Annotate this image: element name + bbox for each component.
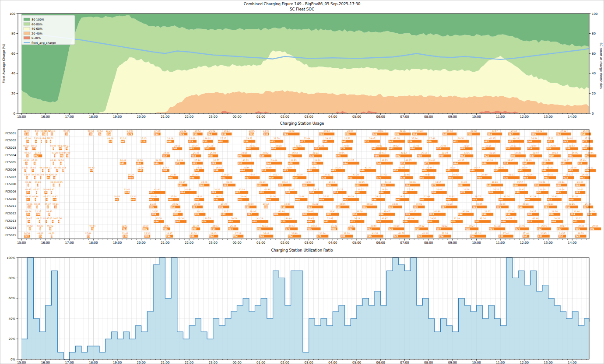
svg-text:029: 029 [403,220,408,223]
svg-text:010: 010 [523,234,528,237]
svg-text:064: 064 [307,206,312,208]
svg-text:011: 011 [348,176,353,179]
row-label-FCS005: FCS005 [5,161,16,164]
svg-text:010: 010 [418,154,422,157]
svg-text:028: 028 [36,213,41,215]
svg-text:04:01: 04:01 [36,217,42,220]
svg-text:091: 091 [238,154,243,157]
svg-text:014: 014 [528,147,533,150]
svg-text:24:52: 24:52 [195,130,201,132]
svg-text:28:12: 28:12 [587,167,593,169]
svg-text:077: 077 [583,140,587,143]
svg-text:26:03: 26:03 [577,181,583,183]
svg-text:27:39: 27:39 [221,203,227,205]
svg-text:80-100%: 80-100% [32,18,44,21]
svg-text:5:31: 5:31 [34,137,39,140]
svg-text:096: 096 [219,206,224,208]
svg-text:09:45: 09:45 [25,189,32,191]
svg-text:41:38: 41:38 [353,174,359,176]
svg-text:24:03: 24:03 [212,225,218,227]
svg-text:60: 60 [11,52,15,56]
svg-text:024: 024 [443,133,448,135]
svg-text:13:00: 13:00 [544,361,553,364]
svg-text:069: 069 [360,169,365,172]
svg-text:41:38: 41:38 [506,217,512,220]
svg-text:03:05: 03:05 [50,145,56,147]
svg-text:29:37: 29:37 [530,210,536,213]
svg-text:41:52: 41:52 [398,232,404,234]
svg-text:036: 036 [41,176,46,179]
svg-text:29:09: 29:09 [315,159,321,161]
svg-text:076: 076 [55,154,60,157]
svg-text:30:55: 30:55 [205,217,211,220]
svg-text:036: 036 [154,220,159,223]
svg-text:007: 007 [235,191,240,193]
svg-text:047: 047 [41,140,46,143]
svg-text:31:01: 31:01 [310,167,316,169]
svg-text:077: 077 [583,206,588,208]
svg-text:005: 005 [499,198,504,201]
svg-text:34:15: 34:15 [358,181,365,183]
svg-text:024: 024 [260,154,265,157]
svg-text:17:00: 17:00 [65,361,74,364]
svg-text:038: 038 [218,140,223,143]
svg-text:16:44: 16:44 [120,159,126,161]
svg-text:01:00: 01:00 [256,115,265,119]
svg-text:18:47: 18:47 [166,232,172,234]
svg-text:22:00: 22:00 [185,241,193,245]
svg-text:41:10: 41:10 [475,232,481,234]
svg-text:14:29: 14:29 [128,174,134,176]
svg-text:34:13: 34:13 [385,181,391,183]
svg-text:06:18: 06:18 [23,159,29,161]
svg-text:044: 044 [131,198,136,201]
svg-text:38:32: 38:32 [367,203,373,205]
svg-text:25:49: 25:49 [585,203,591,205]
svg-text:26:03: 26:03 [582,174,588,176]
svg-text:34:10: 34:10 [241,152,247,154]
svg-text:29:04: 29:04 [240,196,246,198]
svg-text:34:01: 34:01 [567,137,573,140]
svg-text:020: 020 [60,162,65,164]
svg-text:28:14: 28:14 [558,181,565,183]
svg-text:29:23: 29:23 [291,159,297,161]
svg-text:062: 062 [149,198,154,201]
svg-text:35:09: 35:09 [296,174,302,176]
svg-text:033: 033 [535,184,540,186]
svg-text:41:35: 41:35 [365,167,371,169]
svg-text:33:15: 33:15 [485,145,492,147]
svg-text:017: 017 [245,176,250,179]
svg-text:021: 021 [125,191,130,193]
svg-text:063: 063 [35,198,40,201]
svg-text:039: 039 [336,206,341,208]
svg-text:34:53: 34:53 [400,196,406,198]
svg-text:059: 059 [482,162,487,164]
svg-text:41:12: 41:12 [441,225,447,227]
svg-text:079: 079 [48,169,53,172]
svg-text:34:43: 34:43 [392,203,398,205]
svg-text:04:43: 04:43 [46,210,53,213]
svg-text:31:34: 31:34 [499,203,506,205]
svg-text:028: 028 [401,162,406,164]
svg-text:14:00: 14:00 [568,115,576,119]
row-label-FCS007: FCS007 [5,175,16,179]
svg-text:31:44: 31:44 [298,196,304,198]
svg-text:025: 025 [389,228,393,230]
svg-text:049: 049 [499,234,504,237]
svg-text:073: 073 [429,213,434,215]
svg-text:001: 001 [25,169,30,172]
svg-text:013: 013 [207,133,212,135]
svg-text:11:20: 11:20 [106,130,112,132]
svg-text:03:40: 03:40 [50,159,56,161]
svg-text:27:21: 27:21 [235,232,241,234]
svg-text:29:58: 29:58 [544,159,551,161]
svg-text:04:36: 04:36 [58,159,64,161]
svg-text:100%: 100% [7,256,15,260]
svg-text:35:53: 35:53 [446,130,453,132]
soc-legend: 80-100%60-80%40-60%20-40%0-20%fleet_avg_… [21,15,75,45]
svg-text:29:37: 29:37 [358,189,364,191]
svg-text:043: 043 [178,184,183,186]
svg-text:41:46: 41:46 [533,217,539,220]
svg-text:00:00: 00:00 [232,115,241,119]
svg-text:12:00: 12:00 [520,241,529,245]
svg-text:41:27: 41:27 [348,159,354,161]
